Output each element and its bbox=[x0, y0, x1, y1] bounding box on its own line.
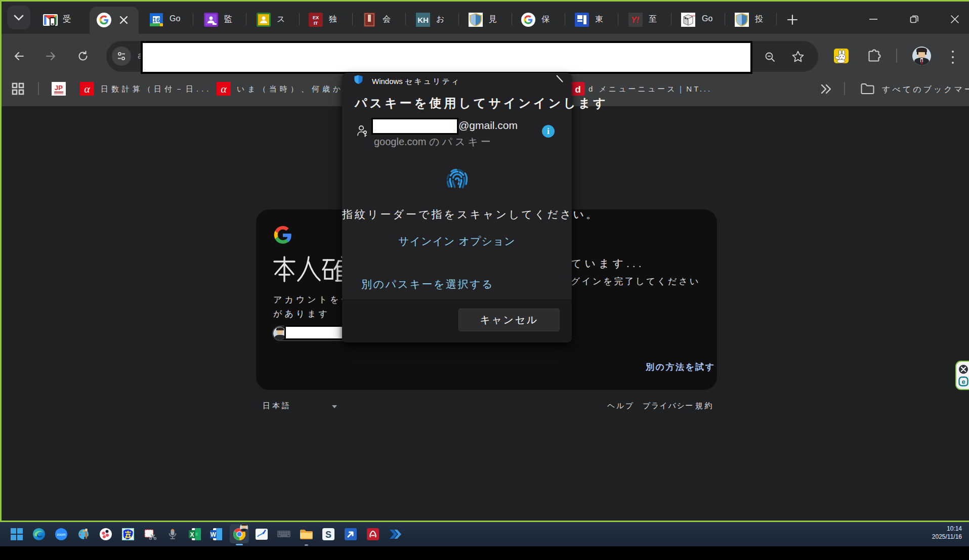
svg-text:W: W bbox=[210, 531, 217, 538]
svg-text:Y!: Y! bbox=[631, 16, 640, 24]
svg-text:e: e bbox=[961, 378, 965, 385]
svg-text:zoom: zoom bbox=[57, 533, 65, 536]
svg-text:KH: KH bbox=[417, 16, 429, 24]
svg-text:S: S bbox=[325, 530, 331, 540]
svg-text:α: α bbox=[84, 82, 90, 95]
svg-text:d: d bbox=[575, 84, 581, 95]
svg-text:EX: EX bbox=[313, 15, 319, 20]
svg-text:α: α bbox=[221, 82, 227, 95]
svg-text:X: X bbox=[190, 531, 194, 538]
svg-text:news: news bbox=[691, 15, 695, 17]
svg-text:16: 16 bbox=[153, 16, 160, 24]
svg-text:JP: JP bbox=[55, 84, 63, 92]
svg-text:IT: IT bbox=[314, 21, 318, 26]
